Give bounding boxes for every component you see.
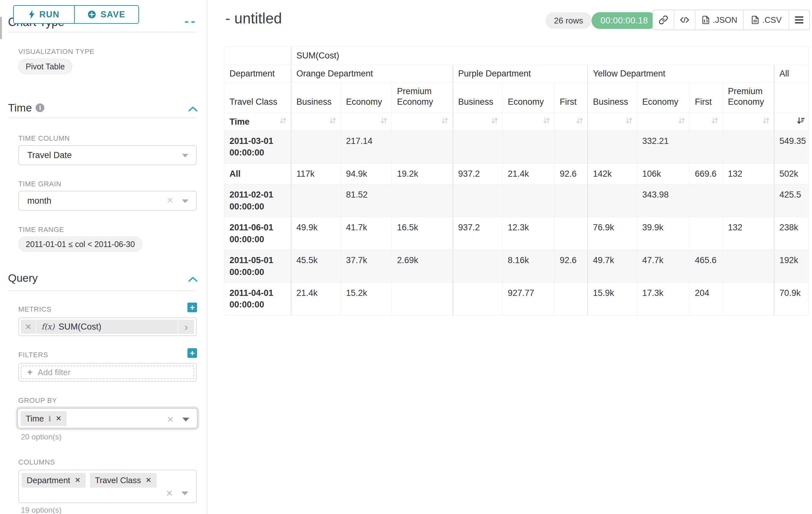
columns-tag[interactable]: Travel Class ✕ — [90, 473, 156, 488]
pivot-cell — [555, 217, 588, 250]
time-column-label: TIME COLUMN — [18, 134, 70, 143]
time-grain-label: TIME GRAIN — [18, 180, 61, 188]
pivot-cell: 94.9k — [341, 163, 392, 184]
columns-tag[interactable]: Department ✕ — [22, 473, 86, 488]
pivot-cell: 41.7k — [341, 217, 392, 250]
group-by-select[interactable]: Time i ✕ ✕ — [17, 408, 198, 429]
clear-icon[interactable]: ✕ — [167, 414, 174, 425]
time-range-label: TIME RANGE — [18, 225, 64, 234]
pivot-row-label: 2011-04-01 00:00:00 — [224, 282, 291, 315]
embed-code-button[interactable] — [674, 10, 695, 30]
chevron-up-icon[interactable] — [188, 106, 198, 112]
class-col: Business — [588, 83, 637, 113]
pivot-cell: 937.2 — [453, 163, 502, 184]
pivot-cell: 204 — [690, 282, 723, 315]
dept-group: Yellow Department — [588, 65, 774, 83]
sort-cell[interactable] — [291, 113, 341, 131]
info-icon[interactable]: i — [36, 104, 44, 112]
pivot-cell: 15.2k — [341, 282, 392, 315]
pivot-row-label: 2011-05-01 00:00:00 — [224, 250, 291, 283]
group-by-options-count: 20 option(s) — [21, 432, 62, 441]
row-count-badge: 26 rows — [546, 12, 591, 29]
pivot-cell: 465.6 — [690, 250, 723, 283]
export-csv-button[interactable]: .CSV — [743, 10, 789, 30]
class-col: Business — [453, 83, 502, 113]
sort-both-icon — [490, 116, 499, 128]
sort-both-icon — [677, 116, 686, 128]
metric-header: SUM(Cost) — [291, 47, 809, 65]
columns-label: COLUMNS — [18, 458, 55, 466]
save-button[interactable]: SAVE — [74, 6, 138, 23]
info-icon[interactable]: i — [49, 414, 51, 423]
code-icon — [679, 15, 690, 25]
travel-class-header-row: Travel Class Business Economy Premium Ec… — [224, 83, 809, 113]
time-section-header: Time i — [8, 102, 44, 114]
panel-scrollbar[interactable] — [0, 17, 2, 39]
sort-cell[interactable] — [588, 113, 637, 131]
time-range-pill[interactable]: 2011-01-01 ≤ col < 2011-06-30 — [18, 237, 142, 252]
chart-title[interactable]: - untitled — [225, 10, 282, 27]
query-section-header: Query — [8, 272, 38, 284]
share-link-button[interactable] — [653, 10, 674, 30]
add-filter-button[interactable]: + Add filter — [21, 366, 194, 379]
dept-group: Purple Department — [453, 65, 588, 83]
export-json-button[interactable]: .JSON — [695, 10, 743, 30]
more-options-button[interactable] — [789, 10, 809, 30]
pivot-cell — [502, 184, 555, 217]
pivot-cell: 39.9k — [637, 217, 690, 250]
pivot-cell: 937.2 — [453, 217, 502, 250]
sort-cell[interactable] — [502, 113, 555, 131]
sort-cell[interactable] — [637, 113, 690, 131]
remove-metric-icon[interactable]: ✕ — [21, 320, 36, 334]
group-by-tag[interactable]: Time i ✕ — [21, 411, 67, 426]
clear-icon[interactable]: ✕ — [166, 195, 174, 206]
table-row: 2011-06-01 00:00:0049.9k41.7k16.5k937.21… — [224, 217, 809, 250]
viz-type-pill[interactable]: Pivot Table — [18, 59, 72, 74]
pivot-cell — [392, 184, 453, 217]
pivot-cell — [690, 217, 723, 250]
time-row-label: Time — [230, 117, 250, 127]
remove-tag-icon[interactable]: ✕ — [56, 414, 61, 423]
sort-cell[interactable] — [723, 113, 774, 131]
sort-cell[interactable] — [341, 113, 392, 131]
sort-cell[interactable] — [453, 113, 502, 131]
class-col — [774, 83, 809, 113]
metric-pill[interactable]: ✕ f(x) SUM(Cost) › — [21, 320, 194, 334]
sort-cell-active[interactable] — [774, 113, 809, 131]
sort-both-icon — [440, 116, 449, 128]
table-row: All117k94.9k19.2k937.221.4k92.6142k106k6… — [224, 163, 809, 184]
sort-cell[interactable] — [555, 113, 588, 131]
pivot-cell: 927.77 — [502, 282, 555, 315]
run-button[interactable]: RUN — [14, 6, 74, 23]
metric-value: SUM(Cost) — [58, 322, 102, 332]
pivot-cell: 238k — [774, 217, 809, 250]
pivot-cell: 49.9k — [291, 217, 341, 250]
clear-icon[interactable]: ✕ — [166, 488, 173, 498]
metrics-label: METRICS — [18, 305, 51, 314]
pivot-cell: 19.2k — [392, 163, 453, 184]
remove-tag-icon[interactable]: ✕ — [75, 476, 81, 484]
sort-cell[interactable] — [392, 113, 453, 131]
pivot-cell: 8.16k — [502, 250, 555, 283]
columns-select[interactable]: Department ✕ Travel Class ✕ ✕ — [18, 470, 197, 503]
pivot-cell: 92.6 — [555, 163, 588, 184]
chevron-right-icon[interactable]: › — [177, 320, 194, 334]
pivot-cell: 15.9k — [588, 282, 637, 315]
run-button-label: RUN — [39, 10, 60, 20]
remove-tag-icon[interactable]: ✕ — [145, 476, 151, 484]
time-column-select[interactable]: Travel Date — [18, 145, 197, 165]
sort-both-icon[interactable] — [279, 116, 288, 128]
export-button-group: .JSON .CSV — [652, 10, 810, 30]
metrics-control: ✕ f(x) SUM(Cost) › — [18, 317, 197, 336]
add-metric-button[interactable]: + — [187, 303, 197, 312]
sort-cell[interactable] — [690, 113, 723, 131]
add-filter-plus-button[interactable]: + — [187, 348, 197, 358]
save-button-label: SAVE — [100, 10, 125, 20]
class-col: Business — [291, 83, 341, 113]
time-grain-select[interactable]: month ✕ — [18, 191, 197, 211]
chevron-up-icon[interactable] — [188, 276, 198, 282]
time-grain-value: month — [27, 196, 51, 206]
table-row: 2011-05-01 00:00:0045.5k37.7k2.69k8.16k9… — [224, 250, 809, 283]
viz-type-label: VISUALIZATION TYPE — [18, 48, 94, 56]
add-filter-label: Add filter — [37, 368, 70, 377]
